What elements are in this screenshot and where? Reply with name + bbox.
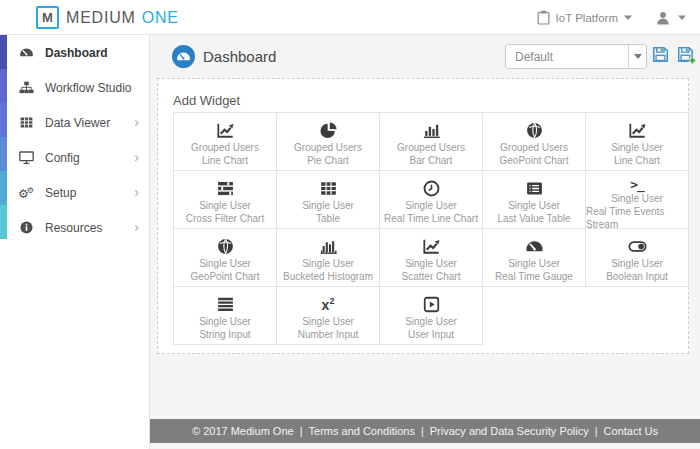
sidebar-item-resources[interactable]: Resources›	[0, 210, 150, 245]
dashboard-select[interactable]: Default	[505, 44, 647, 69]
widget-card-boolean-input[interactable]: Single UserBoolean Input	[586, 229, 689, 287]
brand-name: MEDIUM ONE	[66, 0, 179, 35]
top-bar: M MEDIUM ONE IoT Platform	[0, 0, 700, 35]
widget-card-geopoint-chart[interactable]: Single UserGeoPoint Chart	[174, 229, 277, 287]
sidebar-item-label: Dashboard	[45, 46, 108, 60]
line-chart-icon	[216, 119, 235, 141]
footer-separator: |	[300, 425, 303, 437]
widget-card-pie-chart[interactable]: Grouped UsersPie Chart	[277, 113, 380, 171]
widget-group-label: Single User	[508, 257, 560, 270]
dashboard-gauge-icon	[19, 45, 34, 60]
sidebar-accent-strip	[0, 35, 7, 239]
medium-one-logo-icon[interactable]: M	[36, 6, 59, 29]
accent-strip-segment	[0, 103, 7, 137]
widget-group-label: Single User	[199, 199, 251, 212]
histogram-icon	[319, 235, 338, 257]
widget-group-label: Single User	[611, 257, 663, 270]
app-root: M MEDIUM ONE IoT Platform	[0, 0, 700, 449]
widget-type-label: Bucketed Histogram	[283, 270, 373, 283]
footer-link-contact-us[interactable]: Contact Us	[604, 425, 658, 437]
sidebar-item-data-viewer[interactable]: Data Viewer›	[0, 105, 150, 140]
widget-type-label: Line Chart	[614, 154, 660, 167]
chevron-right-icon: ›	[134, 149, 139, 163]
play-square-icon	[422, 293, 441, 315]
footer-separator: |	[595, 425, 598, 437]
cross-filter-icon	[216, 177, 235, 199]
widget-group-label: Single User	[405, 315, 457, 328]
widget-group-label: Single User	[405, 199, 457, 212]
widget-card-line-chart[interactable]: Grouped UsersLine Chart	[174, 113, 277, 171]
widget-type-label: Number Input	[298, 328, 359, 341]
gears-icon: ⚙⚙	[19, 185, 34, 200]
widget-card-string-input[interactable]: Single UserString Input	[174, 287, 277, 345]
widget-type-label: Bar Chart	[410, 154, 453, 167]
sidebar-item-label: Data Viewer	[45, 116, 110, 130]
accent-strip-segment	[0, 35, 7, 69]
widget-card-bar-chart[interactable]: Grouped UsersBar Chart	[380, 113, 483, 171]
widget-card-number-input[interactable]: x2Single UserNumber Input	[277, 287, 380, 345]
project-menu[interactable]: IoT Platform	[537, 10, 632, 25]
footer-copyright: © 2017 Medium One	[192, 425, 294, 437]
sidebar-item-workflow-studio[interactable]: Workflow Studio	[0, 70, 150, 105]
accent-strip-segment	[0, 171, 7, 205]
clock-icon	[422, 177, 441, 199]
accent-strip-segment	[0, 69, 7, 103]
widget-group-label: Single User	[302, 257, 354, 270]
user-menu[interactable]	[656, 11, 686, 25]
widget-group-label: Single User	[611, 192, 663, 205]
widget-group-label: Grouped Users	[500, 141, 568, 154]
select-caret-icon[interactable]	[628, 45, 646, 68]
widget-card-last-value-table[interactable]: Single UserLast Value Table	[483, 171, 586, 229]
terminal-icon: >_	[630, 177, 644, 192]
widget-type-label: Table	[316, 212, 340, 225]
widget-type-label: Real Time Gauge	[495, 270, 573, 283]
widget-card-bucketed-histogram[interactable]: Single UserBucketed Histogram	[277, 229, 380, 287]
sidebar-item-dashboard[interactable]: Dashboard	[0, 35, 150, 70]
footer-link-terms-and-conditions[interactable]: Terms and Conditions	[309, 425, 415, 437]
widget-group-label: Grouped Users	[191, 141, 259, 154]
sitemap-icon	[19, 80, 34, 95]
add-widget-title: Add Widget	[173, 93, 240, 108]
widget-card-geopoint-chart[interactable]: Grouped UsersGeoPoint Chart	[483, 113, 586, 171]
list-alt-icon	[525, 177, 544, 199]
widget-type-label: Cross Filter Chart	[186, 212, 264, 225]
footer-separator: |	[421, 425, 424, 437]
widget-group-label: Grouped Users	[397, 141, 465, 154]
sidebar: DashboardWorkflow StudioData Viewer›Conf…	[0, 35, 150, 449]
save-as-new-dashboard-button[interactable]	[676, 45, 697, 66]
table-icon	[319, 177, 338, 199]
desktop-icon	[19, 150, 34, 165]
sidebar-item-setup[interactable]: ⚙⚙Setup›	[0, 175, 150, 210]
dashboard-select-value: Default	[506, 50, 628, 64]
x-squared-icon: x2	[322, 293, 335, 315]
widget-card-real-time-gauge[interactable]: Single UserReal Time Gauge	[483, 229, 586, 287]
bar-chart-icon	[422, 119, 441, 141]
widget-group-label: Single User	[508, 199, 560, 212]
line-chart-icon	[628, 119, 647, 141]
widget-type-label: Pie Chart	[307, 154, 349, 167]
sidebar-item-label: Config	[45, 151, 80, 165]
gauge-icon	[525, 235, 544, 257]
widget-card-real-time-events-stream[interactable]: >_Single UserReal Time Events Stream	[586, 171, 689, 229]
sidebar-item-config[interactable]: Config›	[0, 140, 150, 175]
widget-type-label: Last Value Table	[497, 212, 570, 225]
page-title: Dashboard	[203, 48, 276, 65]
widget-card-table[interactable]: Single UserTable	[277, 171, 380, 229]
widget-card-user-input[interactable]: Single UserUser Input	[380, 287, 483, 345]
widget-group-label: Single User	[302, 199, 354, 212]
chevron-right-icon: ›	[134, 219, 139, 233]
scatter-chart-icon	[422, 235, 441, 257]
widget-card-line-chart[interactable]: Single UserLine Chart	[586, 113, 689, 171]
save-dashboard-button[interactable]	[651, 45, 670, 64]
widget-group-label: Single User	[199, 257, 251, 270]
pie-chart-icon	[319, 119, 338, 141]
widget-type-label: GeoPoint Chart	[500, 154, 569, 167]
footer-link-privacy-and-data-security-policy[interactable]: Privacy and Data Security Policy	[430, 425, 589, 437]
footer: © 2017 Medium One|Terms and Conditions|P…	[150, 419, 700, 443]
widget-card-scatter-chart[interactable]: Single UserScatter Chart	[380, 229, 483, 287]
widget-card-real-time-line-chart[interactable]: Single UserReal Time Line Chart	[380, 171, 483, 229]
widget-card-cross-filter-chart[interactable]: Single UserCross Filter Chart	[174, 171, 277, 229]
widget-type-label: Real Time Line Chart	[384, 212, 478, 225]
globe-icon	[525, 119, 544, 141]
sidebar-item-label: Workflow Studio	[45, 81, 131, 95]
